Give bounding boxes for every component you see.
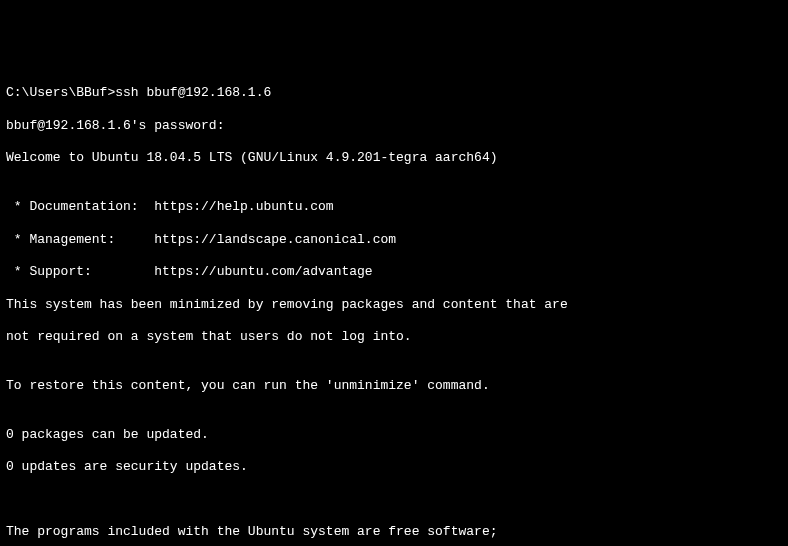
output-line: * Documentation: https://help.ubuntu.com — [6, 199, 782, 215]
output-line: 0 packages can be updated. — [6, 427, 782, 443]
output-line: To restore this content, you can run the… — [6, 378, 782, 394]
output-line: bbuf@192.168.1.6's password: — [6, 118, 782, 134]
output-line: C:\Users\BBuf>ssh bbuf@192.168.1.6 — [6, 85, 782, 101]
terminal-output[interactable]: C:\Users\BBuf>ssh bbuf@192.168.1.6 bbuf@… — [6, 69, 782, 546]
output-line: Welcome to Ubuntu 18.04.5 LTS (GNU/Linux… — [6, 150, 782, 166]
output-line: * Management: https://landscape.canonica… — [6, 232, 782, 248]
output-line: This system has been minimized by removi… — [6, 297, 782, 313]
output-line: 0 updates are security updates. — [6, 459, 782, 475]
output-line: The programs included with the Ubuntu sy… — [6, 524, 782, 540]
output-line: not required on a system that users do n… — [6, 329, 782, 345]
output-line: * Support: https://ubuntu.com/advantage — [6, 264, 782, 280]
